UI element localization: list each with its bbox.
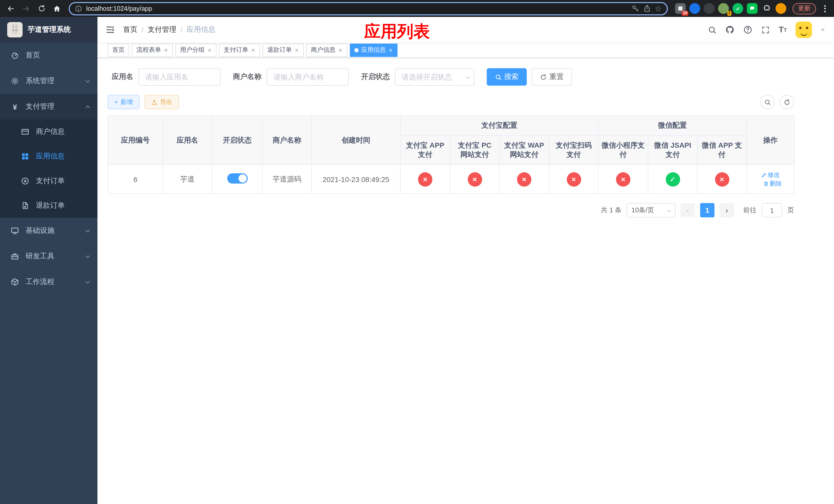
reset-button[interactable]: 重置 bbox=[532, 68, 572, 86]
prev-page-button[interactable]: ‹ bbox=[681, 203, 695, 217]
close-icon[interactable]: × bbox=[163, 47, 168, 53]
font-size-icon[interactable]: TT bbox=[778, 25, 787, 35]
tab-home[interactable]: 首页 bbox=[108, 43, 129, 56]
browser-menu-icon[interactable] bbox=[820, 3, 830, 14]
plus-icon: + bbox=[114, 98, 118, 106]
tab-merchant-info[interactable]: 商户信息 × bbox=[306, 43, 347, 56]
table-row: 6 芋道 芋道源码 2021-10-23 08:49:25 × × × × × bbox=[108, 165, 794, 193]
chevron-down-icon bbox=[86, 78, 90, 83]
status-select[interactable] bbox=[395, 68, 475, 86]
back-icon[interactable] bbox=[4, 2, 18, 15]
delete-link[interactable]: 删除 bbox=[763, 179, 782, 188]
edit-link[interactable]: 修改 bbox=[761, 170, 780, 179]
sidebar-item-home[interactable]: 首页 bbox=[0, 43, 97, 68]
tab-payment-orders[interactable]: 支付订单 × bbox=[219, 43, 260, 56]
close-icon[interactable]: × bbox=[251, 47, 256, 53]
search-button[interactable]: 搜索 bbox=[487, 68, 527, 86]
goto-page-input[interactable] bbox=[762, 203, 782, 217]
group-header-alipay: 支付宝配置 bbox=[400, 116, 598, 136]
sidebar-item-payment-orders[interactable]: 支付订单 bbox=[0, 169, 97, 193]
chat-extension-icon[interactable] bbox=[747, 3, 758, 14]
user-avatar[interactable] bbox=[795, 22, 812, 38]
toolbox-icon bbox=[10, 252, 20, 260]
extension-icon-3[interactable] bbox=[704, 3, 715, 14]
profile-avatar[interactable] bbox=[775, 3, 786, 14]
refresh-button[interactable] bbox=[780, 95, 794, 109]
status-toggle[interactable] bbox=[227, 173, 247, 184]
avatar-caret-icon[interactable] bbox=[821, 28, 825, 31]
cross-icon: × bbox=[418, 172, 432, 186]
add-button-label: 新增 bbox=[120, 98, 133, 107]
tab-app-info[interactable]: 应用信息 × bbox=[350, 43, 397, 56]
wechat-devtools-icon[interactable] bbox=[732, 3, 743, 14]
sidebar-item-label: 系统管理 bbox=[26, 76, 80, 86]
tab-process-form[interactable]: 流程表单 × bbox=[132, 43, 173, 56]
close-icon[interactable]: × bbox=[207, 47, 212, 53]
page-size-select[interactable]: 10条/页 bbox=[627, 203, 676, 217]
breadcrumb-item[interactable]: 支付管理 bbox=[148, 25, 176, 35]
extension-icon-2[interactable] bbox=[689, 3, 700, 14]
status-select-input[interactable] bbox=[395, 68, 475, 86]
tab-label: 支付订单 bbox=[224, 46, 248, 54]
extension-badge: 10 bbox=[682, 11, 688, 16]
merchant-name-input[interactable] bbox=[267, 68, 349, 86]
cell-actions: 修改 删除 bbox=[747, 165, 794, 193]
sidebar-item-infrastructure[interactable]: 基础设施 bbox=[0, 218, 97, 244]
cell-name: 芋道 bbox=[163, 165, 212, 193]
next-page-button[interactable]: › bbox=[720, 203, 734, 217]
sidebar-item-refund-orders[interactable]: 退款订单 bbox=[0, 193, 97, 218]
tab-user-group[interactable]: 用户分组 × bbox=[175, 43, 216, 56]
extension-icon-1[interactable]: 10 bbox=[675, 3, 686, 14]
url-bar[interactable]: localhost:1024/pay/app ☆ bbox=[69, 2, 668, 15]
app-table: 应用编号 应用名 开启状态 商户名称 创建时间 支付宝配置 微信配置 操作 支付… bbox=[108, 115, 794, 194]
extensions-puzzle-icon[interactable] bbox=[761, 3, 772, 14]
search-icon[interactable] bbox=[708, 25, 717, 34]
page-button-1[interactable]: 1 bbox=[700, 203, 715, 217]
hamburger-icon[interactable] bbox=[97, 17, 123, 43]
browser-update-button[interactable]: 更新 bbox=[792, 3, 816, 14]
sidebar-item-label: 支付管理 bbox=[26, 102, 80, 111]
gear-icon bbox=[10, 77, 20, 85]
site-info-icon[interactable] bbox=[75, 5, 82, 12]
sidebar-item-payment[interactable]: ¥ 支付管理 bbox=[0, 94, 97, 119]
reload-icon[interactable] bbox=[35, 2, 48, 15]
tab-label: 退款订单 bbox=[267, 46, 292, 54]
forward-icon[interactable] bbox=[20, 2, 33, 15]
cell-alipay-qr: × bbox=[549, 165, 598, 193]
export-button[interactable]: 导出 bbox=[145, 95, 179, 109]
page-size-value[interactable]: 10条/页 bbox=[627, 203, 676, 217]
github-icon[interactable] bbox=[725, 25, 734, 35]
home-icon[interactable] bbox=[50, 2, 64, 15]
close-icon[interactable]: × bbox=[388, 47, 393, 53]
url-text[interactable]: localhost:1024/pay/app bbox=[86, 5, 627, 12]
col-header-status: 开启状态 bbox=[212, 116, 262, 165]
browser-window: localhost:1024/pay/app ☆ 10 1 bbox=[0, 0, 834, 504]
sidebar-item-label: 工作流程 bbox=[26, 277, 80, 287]
toggle-search-button[interactable] bbox=[760, 95, 774, 109]
logo[interactable]: 芋道管理系统 bbox=[0, 17, 97, 43]
sidebar-item-dev-tools[interactable]: 研发工具 bbox=[0, 244, 97, 269]
fullscreen-icon[interactable] bbox=[761, 25, 770, 34]
app-name-input[interactable] bbox=[138, 68, 221, 86]
tab-refund-orders[interactable]: 退款订单 × bbox=[263, 43, 304, 56]
share-icon[interactable] bbox=[643, 5, 651, 12]
sidebar-item-app-info[interactable]: 应用信息 bbox=[0, 144, 97, 169]
close-icon[interactable]: × bbox=[338, 47, 343, 53]
close-icon[interactable]: × bbox=[294, 47, 299, 53]
help-icon[interactable] bbox=[743, 25, 752, 35]
sidebar-item-merchant-info[interactable]: 商户信息 bbox=[0, 119, 97, 144]
extension-avatar-icon[interactable]: 1 bbox=[718, 3, 729, 14]
sidebar-item-system[interactable]: 系统管理 bbox=[0, 68, 97, 94]
password-key-icon[interactable] bbox=[631, 5, 639, 12]
app-title: 芋道管理系统 bbox=[28, 25, 71, 35]
status-label: 开启状态 bbox=[361, 72, 390, 82]
breadcrumb-item[interactable]: 首页 bbox=[123, 25, 137, 35]
sidebar-item-workflow[interactable]: 工作流程 bbox=[0, 269, 97, 295]
sidebar-item-label: 首页 bbox=[26, 51, 89, 60]
bookmark-star-icon[interactable]: ☆ bbox=[655, 4, 662, 13]
col-header-alipay-qr: 支付宝扫码支付 bbox=[549, 136, 598, 165]
sidebar-item-label: 研发工具 bbox=[26, 252, 80, 261]
add-button[interactable]: + 新增 bbox=[108, 95, 139, 109]
pagination: 共 1 条 10条/页 ‹ 1 › 前往 页 bbox=[108, 203, 794, 217]
credit-card-icon bbox=[21, 128, 30, 136]
